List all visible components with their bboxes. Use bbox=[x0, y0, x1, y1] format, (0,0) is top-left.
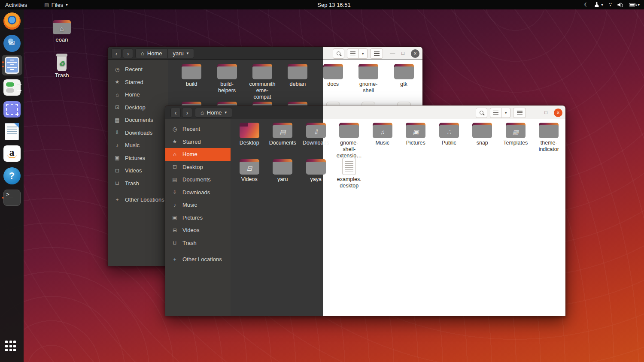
files-window-home: ‹ › ⌂ Home ▾ ▾ — □ × bbox=[165, 105, 566, 316]
item-snap[interactable]: snap bbox=[466, 123, 499, 159]
sidebar-item-starred[interactable]: ★ Starred bbox=[108, 76, 168, 89]
minimize-button[interactable]: — bbox=[390, 51, 395, 56]
item-build-helpers[interactable]: build- helpers bbox=[209, 64, 244, 102]
dock-tweaks[interactable] bbox=[2, 77, 22, 98]
minimize-button[interactable]: — bbox=[533, 110, 538, 115]
maximize-button[interactable]: □ bbox=[401, 51, 404, 56]
maximize-button[interactable]: □ bbox=[544, 110, 547, 115]
item-public[interactable]: ∴ Public bbox=[432, 123, 466, 159]
list-view-button[interactable] bbox=[347, 48, 358, 59]
list-view-icon bbox=[350, 51, 355, 55]
forward-button[interactable]: › bbox=[123, 48, 133, 58]
sidebar-item-recent[interactable]: ◷ Recent bbox=[165, 123, 231, 136]
search-button[interactable] bbox=[476, 108, 487, 118]
back-button[interactable]: ‹ bbox=[111, 48, 122, 58]
sidebar-item-home[interactable]: ⌂ Home bbox=[165, 148, 231, 161]
sidebar-item-documents[interactable]: ▤ Documents bbox=[165, 173, 231, 186]
item-yaru[interactable]: yaru bbox=[266, 159, 300, 189]
speaker-icon bbox=[617, 2, 623, 7]
emblem-icon: ▤ bbox=[273, 125, 292, 138]
list-view-button[interactable] bbox=[490, 108, 501, 118]
volume-icon[interactable] bbox=[617, 2, 623, 7]
sidebar-item-music[interactable]: ♪ Music bbox=[165, 199, 231, 211]
item-templates[interactable]: ▥ Templates bbox=[499, 123, 532, 159]
sidebar-item-downloads[interactable]: ⇩ Downloads bbox=[108, 127, 168, 139]
sidebar-item-trash[interactable]: ⊔ Trash bbox=[108, 177, 168, 190]
sidebar-item-other-locations[interactable]: + Other Locations bbox=[108, 193, 168, 206]
item-downloads[interactable]: ⇩ Downloads bbox=[299, 123, 333, 159]
sidebar-item-recent[interactable]: ◷ Recent bbox=[108, 63, 168, 76]
item-desktop[interactable]: Desktop bbox=[233, 123, 266, 159]
titlebar[interactable]: ‹ › ⌂ Home ▾ ▾ — □ × bbox=[165, 106, 565, 119]
sidebar-item-label: Music bbox=[125, 142, 140, 148]
file-item-label: gnome- shell bbox=[359, 81, 377, 94]
item-examples-desktop[interactable]: examples. desktop bbox=[333, 159, 366, 189]
dock-files[interactable] bbox=[2, 55, 22, 75]
forward-button[interactable]: › bbox=[182, 108, 192, 118]
app-menu[interactable]: ▤ Files ▾ bbox=[40, 0, 72, 9]
hamburger-menu-button[interactable] bbox=[370, 48, 383, 59]
sidebar-item-starred[interactable]: ★ Starred bbox=[165, 136, 231, 148]
dock-amazon[interactable] bbox=[2, 143, 22, 164]
item-gtk[interactable]: gtk bbox=[386, 64, 421, 102]
activities-button[interactable]: Activities bbox=[0, 0, 32, 9]
dock-terminal[interactable] bbox=[2, 187, 22, 208]
item-music[interactable]: ♫ Music bbox=[366, 123, 399, 159]
dock-libreoffice-writer[interactable] bbox=[2, 121, 22, 142]
dock-help[interactable] bbox=[2, 166, 22, 186]
sidebar-item-other-locations[interactable]: + Other Locations bbox=[165, 253, 231, 266]
item-theme-indicator[interactable]: theme- indicator bbox=[532, 123, 566, 159]
item-yaya[interactable]: yaya bbox=[299, 159, 333, 189]
sidebar-item-videos[interactable]: ⊟ Videos bbox=[108, 164, 168, 177]
file-item-label: Pictures bbox=[406, 140, 425, 146]
item-pictures[interactable]: ▣ Pictures bbox=[399, 123, 433, 159]
chevron-down-icon: ▾ bbox=[66, 3, 68, 7]
sidebar-item-desktop[interactable]: ⊡ Desktop bbox=[108, 101, 168, 114]
item-debian[interactable]: debian bbox=[280, 64, 315, 102]
close-button[interactable]: × bbox=[411, 49, 419, 58]
sidebar-item-pictures[interactable]: ▣ Pictures bbox=[108, 152, 168, 165]
sidebar-item-videos[interactable]: ⊟ Videos bbox=[165, 224, 231, 237]
accessibility-menu[interactable]: ▾ bbox=[594, 2, 603, 8]
hamburger-menu-button[interactable] bbox=[513, 108, 526, 118]
item-docs[interactable]: docs bbox=[316, 64, 351, 102]
file-view[interactable]: Desktop ▤ Documents ⇩ Downloads bbox=[231, 119, 565, 316]
item-build[interactable]: build bbox=[174, 64, 209, 102]
dock-screenshot[interactable] bbox=[2, 99, 22, 120]
item-documents[interactable]: ▤ Documents bbox=[266, 123, 300, 159]
titlebar[interactable]: ‹ › ⌂ Home yaru ▾ ▾ — bbox=[108, 47, 422, 60]
sidebar-item-pictures[interactable]: ▣ Pictures bbox=[165, 211, 231, 224]
sidebar-item-label: Pictures bbox=[182, 214, 203, 221]
path-segment-home[interactable]: ⌂ Home ▾ bbox=[195, 108, 232, 118]
sidebar-item-downloads[interactable]: ⇩ Downloads bbox=[165, 186, 231, 199]
back-button[interactable]: ‹ bbox=[170, 108, 181, 118]
path-segment-home[interactable]: ⌂ Home bbox=[135, 48, 168, 58]
dock-firefox[interactable] bbox=[2, 11, 22, 31]
item-gnome-shell-extensions[interactable]: gnome- shell- extensio… bbox=[333, 123, 366, 159]
view-options-button[interactable]: ▾ bbox=[501, 108, 510, 118]
sidebar-item-label: Pictures bbox=[125, 155, 145, 161]
item-gnome-shell[interactable]: gnome- shell bbox=[351, 64, 386, 102]
search-button[interactable] bbox=[333, 48, 344, 59]
sidebar-item-home[interactable]: ⌂ Home bbox=[108, 88, 168, 101]
sidebar-item-music[interactable]: ♪ Music bbox=[108, 139, 168, 152]
path-label: yaru bbox=[173, 50, 184, 57]
dock-thunderbird[interactable] bbox=[2, 33, 22, 54]
path-segment-current[interactable]: yaru ▾ bbox=[168, 48, 194, 58]
file-icon: ⊟ bbox=[240, 159, 259, 175]
network-icon[interactable]: ∵ bbox=[609, 2, 612, 8]
item-videos[interactable]: ⊟ Videos bbox=[233, 159, 266, 189]
system-menu[interactable]: ▾ bbox=[629, 3, 640, 7]
desktop-icon-eoan[interactable]: ⌂ eoan bbox=[49, 20, 75, 43]
show-applications-button[interactable] bbox=[5, 341, 18, 353]
clock[interactable]: Sep 13 16:51 bbox=[317, 0, 350, 9]
night-light-icon[interactable]: ☾ bbox=[584, 2, 589, 8]
close-button[interactable]: × bbox=[554, 109, 562, 117]
sidebar-item-trash[interactable]: ⊔ Trash bbox=[165, 237, 231, 250]
view-options-button[interactable]: ▾ bbox=[358, 48, 368, 59]
hamburger-icon bbox=[374, 51, 380, 56]
sidebar-item-desktop[interactable]: ⊡ Desktop bbox=[165, 161, 231, 174]
sidebar-item-documents[interactable]: ▤ Documents bbox=[108, 114, 168, 127]
item-communitheme-compat[interactable]: communith eme- compat bbox=[245, 64, 280, 102]
desktop-icon-trash[interactable]: ♻ Trash bbox=[49, 54, 75, 78]
